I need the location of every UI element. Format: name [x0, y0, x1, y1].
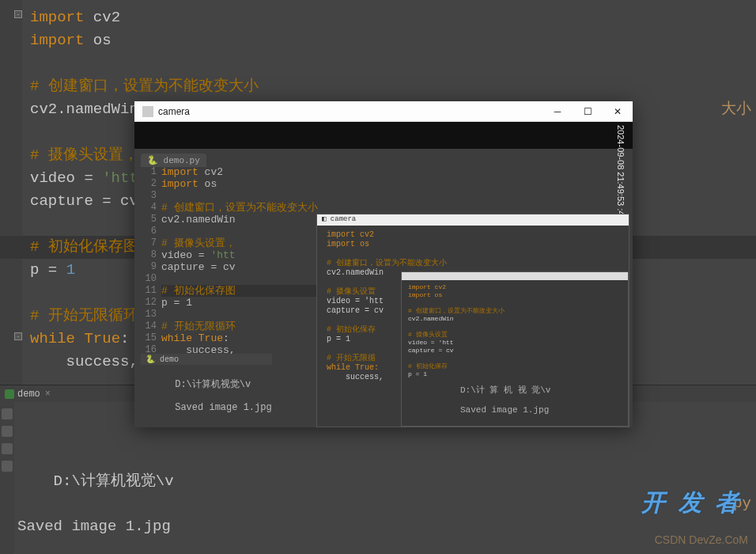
- console-toolbar: [0, 402, 14, 554]
- watermark-developer: 开 发 者: [641, 487, 742, 519]
- close-icon[interactable]: ×: [45, 389, 51, 400]
- maximize-button[interactable]: ☐: [573, 101, 603, 122]
- code-line: import cv2: [30, 6, 756, 29]
- code-line: import os: [30, 29, 756, 52]
- code-line: [30, 52, 756, 75]
- window-title: camera: [158, 106, 190, 117]
- camera-feed: 2024-09-08 21:49:53 电量:45% 速度77.5 🐍 demo…: [134, 122, 633, 427]
- recursive-code-2: import cv2 import os # 创建窗口，设置为不能改变大小 cv…: [408, 283, 505, 378]
- watermark-csdn: CSDN DevZe.CoM: [655, 533, 748, 546]
- inner-file-tab: 🐍 demo.py: [141, 154, 206, 167]
- python-icon: [5, 389, 14, 399]
- minimize-button[interactable]: ─: [542, 101, 573, 122]
- app-icon: [142, 106, 153, 117]
- rerun-button[interactable]: [2, 408, 13, 419]
- recursive-window-2: import cv2 import os # 创建窗口，设置为不能改变大小 cv…: [401, 271, 629, 427]
- camera-border-top: [134, 122, 633, 149]
- toggle-button[interactable]: [2, 443, 13, 454]
- fold-marker[interactable]: -: [14, 10, 22, 18]
- recursive-terminal: D:\计 算 机 视 觉\v Saved image 1.jpg: [408, 374, 550, 424]
- console-tab-name[interactable]: demo: [17, 389, 40, 400]
- camera-titlebar[interactable]: camera ─ ☐ ✕: [134, 101, 633, 122]
- clear-button[interactable]: [2, 461, 13, 472]
- inner-gutter: 12345678910111213141516: [141, 166, 160, 356]
- inner-terminal: 🐍 demo D:\计算机视觉\v Saved image 1.jpg: [141, 332, 272, 424]
- inner-titlebar: ◧ camera: [317, 214, 629, 226]
- fold-marker[interactable]: -: [14, 332, 22, 340]
- close-button[interactable]: ✕: [603, 101, 633, 122]
- code-line: # 创建窗口，设置为不能改变大小: [30, 75, 756, 98]
- camera-window[interactable]: camera ─ ☐ ✕ 2024-09-08 21:49:53 电量:45% …: [134, 101, 633, 427]
- stop-button[interactable]: [2, 426, 13, 437]
- recursive-window-1: ◧ camera import cv2 import os # 创建窗口，设置为…: [316, 214, 629, 427]
- console-line: D:\计算机视觉\v py: [17, 448, 756, 471]
